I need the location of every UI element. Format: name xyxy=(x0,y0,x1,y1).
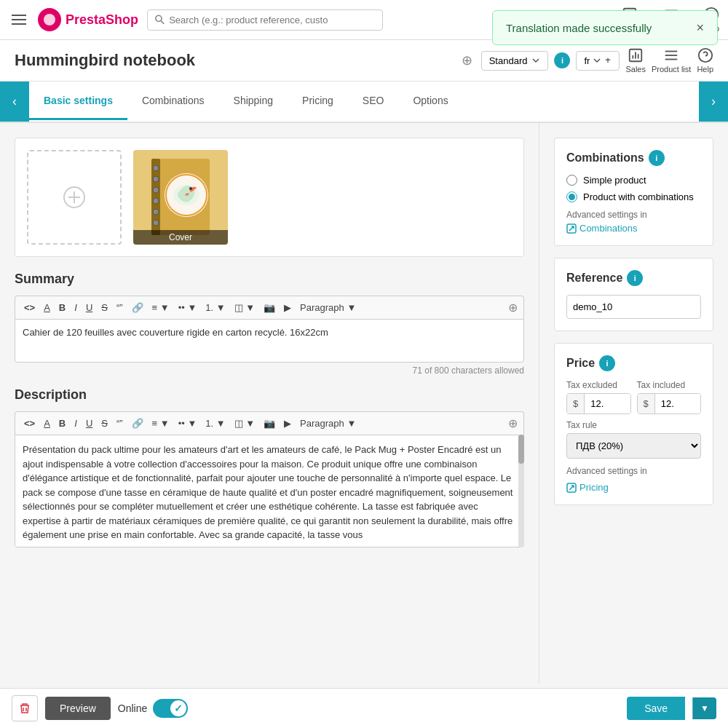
combinations-adv-link[interactable]: Combinations xyxy=(566,223,701,234)
desc-toolbar-quote-btn[interactable]: “” xyxy=(114,416,126,430)
toolbar-ordered-btn[interactable]: 1. ▼ xyxy=(202,301,228,314)
tax-included-input[interactable] xyxy=(655,394,700,414)
svg-point-27 xyxy=(153,176,159,182)
svg-point-31 xyxy=(153,220,159,226)
desc-toolbar-video-btn[interactable]: ▶ xyxy=(281,416,294,430)
desc-toolbar-ordered-btn[interactable]: 1. ▼ xyxy=(202,416,228,430)
logo[interactable]: PrestaShop xyxy=(38,8,138,31)
description-toolbar: <> A B I U S “” 🔗 ≡ ▼ •• ▼ 1. ▼ ◫ ▼ 📷 ▶ … xyxy=(15,411,524,435)
tab-prev-btn[interactable]: ‹ xyxy=(0,82,29,122)
svg-point-30 xyxy=(153,209,159,215)
desc-toolbar-italic-btn[interactable]: I xyxy=(71,416,80,430)
combinations-link-label: Combinations xyxy=(579,223,638,234)
reference-input[interactable] xyxy=(566,295,701,319)
online-toggle-switch[interactable]: ✓ xyxy=(153,699,188,718)
product-type-select[interactable]: Standard xyxy=(481,51,549,71)
simple-product-radio[interactable]: Simple product xyxy=(566,175,701,186)
svg-point-29 xyxy=(153,198,159,204)
combinations-info-btn[interactable]: i xyxy=(649,150,665,166)
preview-btn[interactable]: Preview xyxy=(45,697,111,720)
ai-icon[interactable]: ⊕ xyxy=(462,52,472,68)
combinations-title: Combinations i xyxy=(566,150,701,166)
reference-info-btn[interactable]: i xyxy=(627,270,643,286)
description-scrollbar[interactable] xyxy=(518,435,524,547)
help-btn-header[interactable]: Help xyxy=(697,47,713,74)
pricing-adv-link[interactable]: Pricing xyxy=(566,482,701,493)
sales-chart-btn[interactable]: Sales xyxy=(625,47,646,74)
description-content[interactable]: Présentation du pack ultime pour les ama… xyxy=(15,435,524,547)
toast-close-btn[interactable]: × xyxy=(696,21,704,34)
toolbar-bold-btn[interactable]: B xyxy=(56,301,68,314)
summary-ai-btn[interactable]: ⊕ xyxy=(508,301,518,314)
tab-next-btn[interactable]: › xyxy=(699,82,728,122)
toolbar-video-btn[interactable]: ▶ xyxy=(281,301,294,314)
product-title-input[interactable] xyxy=(15,51,453,70)
product-type-info-btn[interactable]: i xyxy=(554,52,570,68)
tab-basic-settings[interactable]: Basic settings xyxy=(29,83,127,120)
desc-toolbar-underline-btn[interactable]: U xyxy=(83,416,95,430)
price-info-btn[interactable]: i xyxy=(599,355,615,371)
toolbar-strikethrough-btn[interactable]: S xyxy=(98,301,111,314)
toolbar-paragraph-btn[interactable]: Paragraph ▼ xyxy=(297,301,359,314)
reference-title: Reference i xyxy=(566,270,701,286)
cover-label: Cover xyxy=(133,230,228,245)
toolbar-image-btn[interactable]: 📷 xyxy=(261,301,278,314)
desc-toolbar-list-btn[interactable]: •• ▼ xyxy=(175,416,200,430)
delete-btn[interactable] xyxy=(12,695,38,721)
toolbar-italic-btn[interactable]: I xyxy=(71,301,80,314)
with-combinations-label: Product with combinations xyxy=(583,191,694,202)
tax-rule-label: Tax rule xyxy=(566,420,701,430)
toolbar-font-btn[interactable]: A xyxy=(41,301,53,314)
tax-included-input-wrap: $ xyxy=(637,393,702,414)
tax-included-currency: $ xyxy=(638,394,655,414)
tab-pricing[interactable]: Pricing xyxy=(288,83,348,120)
description-scrollthumb[interactable] xyxy=(518,435,524,464)
desc-toolbar-bold-btn[interactable]: B xyxy=(56,416,68,430)
tab-seo[interactable]: SEO xyxy=(348,83,399,120)
search-bar[interactable] xyxy=(147,9,383,31)
toast-message: Translation made successfully xyxy=(506,22,689,34)
search-input[interactable] xyxy=(169,15,375,25)
desc-toolbar-paragraph-btn[interactable]: Paragraph ▼ xyxy=(297,416,359,430)
simple-product-label: Simple product xyxy=(583,175,646,186)
tax-rule-select[interactable]: ПДВ (20%) xyxy=(566,433,701,459)
sales-btn-label: Sales xyxy=(625,65,646,74)
svg-line-2 xyxy=(161,21,164,24)
toolbar-quote-btn[interactable]: “” xyxy=(114,301,126,314)
toolbar-table-btn[interactable]: ◫ ▼ xyxy=(232,301,258,314)
description-section: Description <> A B I U S “” 🔗 ≡ ▼ •• ▼ 1… xyxy=(15,387,524,547)
tab-options[interactable]: Options xyxy=(398,83,462,120)
toolbar-code-btn[interactable]: <> xyxy=(21,301,38,314)
simple-product-radio-input[interactable] xyxy=(566,175,577,186)
product-lang-select[interactable]: fr xyxy=(576,51,620,71)
toolbar-list-btn[interactable]: •• ▼ xyxy=(175,301,200,314)
save-btn[interactable]: Save xyxy=(627,697,685,720)
desc-toolbar-link-btn[interactable]: 🔗 xyxy=(129,416,146,430)
with-combinations-radio-input[interactable] xyxy=(566,191,577,202)
desc-toolbar-strikethrough-btn[interactable]: S xyxy=(98,416,111,430)
svg-point-0 xyxy=(44,14,55,25)
help-btn-label: Help xyxy=(697,65,713,74)
desc-toolbar-code-btn[interactable]: <> xyxy=(21,416,38,430)
tab-shipping[interactable]: Shipping xyxy=(219,83,288,120)
product-type-value: Standard xyxy=(489,55,528,66)
desc-toolbar-image-btn[interactable]: 📷 xyxy=(261,416,278,430)
hamburger-menu[interactable] xyxy=(9,12,29,28)
desc-toolbar-table-btn[interactable]: ◫ ▼ xyxy=(232,416,258,430)
toolbar-underline-btn[interactable]: U xyxy=(83,301,95,314)
description-ai-btn[interactable]: ⊕ xyxy=(508,416,518,430)
tab-combinations[interactable]: Combinations xyxy=(127,83,219,120)
price-row: Tax excluded $ Tax included $ xyxy=(566,380,701,414)
product-list-btn[interactable]: Product list xyxy=(652,47,691,74)
with-combinations-radio[interactable]: Product with combinations xyxy=(566,191,701,202)
desc-toolbar-align-btn[interactable]: ≡ ▼ xyxy=(149,416,173,430)
add-image-btn[interactable] xyxy=(27,150,122,245)
summary-content[interactable]: Cahier de 120 feuilles avec couverture r… xyxy=(15,319,524,363)
desc-toolbar-font-btn[interactable]: A xyxy=(41,416,53,430)
description-title: Description xyxy=(15,387,524,403)
save-dropdown-btn[interactable]: ▼ xyxy=(692,697,716,719)
toolbar-align-btn[interactable]: ≡ ▼ xyxy=(149,301,173,314)
summary-title: Summary xyxy=(15,272,524,287)
toolbar-link-btn[interactable]: 🔗 xyxy=(129,301,146,314)
tax-excluded-input[interactable] xyxy=(585,394,630,414)
